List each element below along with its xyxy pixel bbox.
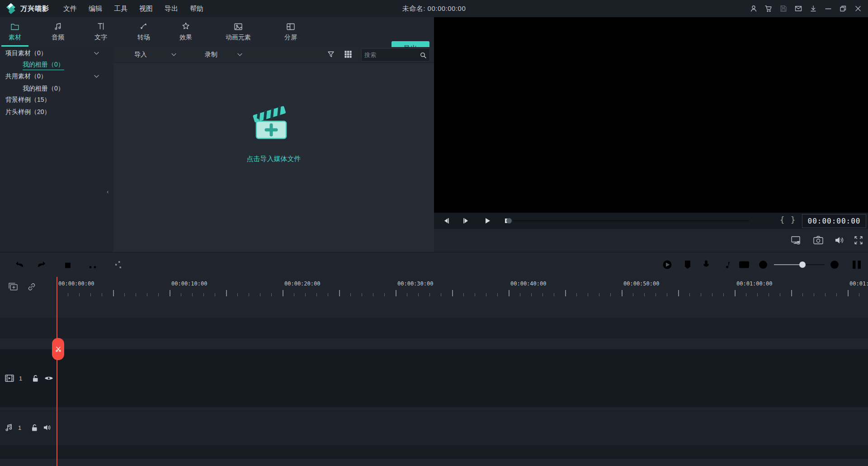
delete-icon[interactable] (62, 259, 74, 271)
speaker-icon[interactable] (43, 423, 52, 432)
text-icon (96, 21, 105, 31)
mark-out-button[interactable]: } (791, 215, 795, 224)
fit-timeline-icon[interactable] (738, 259, 750, 271)
play-icon[interactable] (482, 215, 493, 226)
ruler-label: 00:00:10:00 (171, 281, 207, 287)
cart-icon[interactable] (764, 4, 773, 13)
timeline: 00:00:00:0000:00:10:0000:00:20:0000:00:3… (0, 277, 868, 466)
volume-icon[interactable] (834, 234, 845, 246)
audio-mixer-icon[interactable] (720, 259, 731, 271)
menubar: 文件 编辑 工具 视图 导出 帮助 (63, 0, 203, 17)
track-manager-icon[interactable] (851, 259, 863, 271)
audio-track-lane[interactable] (0, 410, 868, 445)
ruler-tick (373, 293, 373, 296)
playhead-scissors-handle[interactable] (52, 338, 64, 360)
zoom-slider[interactable] (774, 264, 825, 265)
eye-icon[interactable] (44, 374, 54, 382)
ruler-tick (667, 293, 667, 296)
snapshot-icon[interactable] (812, 234, 824, 246)
ruler-tick (656, 293, 656, 296)
video-track-lane[interactable] (0, 349, 868, 407)
voiceover-mic-icon[interactable] (700, 259, 712, 271)
sidebar-item-my-album-shared[interactable]: 我的相册（0） (0, 83, 113, 95)
menu-export[interactable]: 导出 (165, 5, 178, 13)
user-icon[interactable] (749, 4, 758, 13)
collapse-panel-icon[interactable]: ‹ (107, 188, 108, 195)
ruler-tick (226, 290, 227, 296)
zoom-in-icon[interactable] (829, 259, 840, 271)
render-preview-icon[interactable] (661, 259, 673, 271)
import-dropdown[interactable]: 导入 (134, 47, 147, 62)
undo-icon[interactable] (14, 259, 25, 271)
ruler-tick (848, 290, 849, 296)
ruler-tick (147, 293, 147, 296)
zoom-out-icon[interactable] (757, 259, 769, 271)
close-icon[interactable] (854, 4, 863, 13)
filter-icon[interactable] (327, 50, 335, 58)
previous-frame-icon[interactable] (440, 215, 451, 226)
sidebar-item-intro-samples[interactable]: 片头样例（20） (0, 106, 113, 118)
effects-star-icon (181, 21, 190, 31)
filmora-app: 万兴喵影 文件 编辑 工具 视图 导出 帮助 未命名: 00:00:00:00 (0, 0, 868, 466)
tab-media[interactable]: 素材 (1, 21, 28, 47)
mail-icon[interactable] (794, 4, 803, 13)
ruler-tick (418, 293, 419, 296)
ruler-tick (746, 293, 746, 296)
next-frame-icon[interactable] (461, 215, 472, 226)
ruler-tick (350, 293, 351, 296)
link-icon[interactable] (26, 281, 37, 292)
mark-in-button[interactable]: { (780, 215, 784, 224)
search-icon[interactable] (420, 52, 427, 59)
film-track-icon (5, 374, 14, 383)
seek-bar[interactable] (513, 220, 750, 221)
menu-view[interactable]: 视图 (139, 5, 153, 13)
sidebar-item-project-media[interactable]: 项目素材（0） (0, 48, 113, 59)
download-icon[interactable] (809, 4, 818, 13)
record-dropdown[interactable]: 录制 (205, 47, 217, 62)
menu-help[interactable]: 帮助 (190, 5, 203, 13)
menu-file[interactable]: 文件 (63, 5, 77, 13)
chevron-down-icon[interactable] (94, 52, 99, 55)
fullscreen-icon[interactable] (853, 234, 864, 246)
timeline-ruler[interactable]: 00:00:00:0000:00:10:0000:00:20:0000:00:3… (57, 277, 868, 298)
tab-text[interactable]: 文字 (87, 21, 114, 45)
ruler-tick (158, 293, 159, 296)
ruler-tick (441, 293, 441, 296)
tab-split-screen[interactable]: 分屏 (277, 21, 304, 45)
chevron-down-icon[interactable] (237, 53, 242, 57)
zoom-slider-handle[interactable] (799, 262, 806, 268)
marker-icon[interactable] (682, 259, 693, 271)
redo-icon[interactable] (36, 259, 47, 271)
lock-open-icon[interactable] (31, 374, 39, 383)
lock-open-icon[interactable] (30, 423, 38, 432)
ruler-tick (79, 293, 80, 296)
tab-transitions[interactable]: 转场 (130, 21, 157, 45)
sidebar-item-my-album-project[interactable]: 我的相册（0） (0, 59, 113, 71)
sidebar-item-shared-media[interactable]: 共用素材（0） (0, 71, 113, 82)
tab-effects[interactable]: 效果 (172, 21, 199, 45)
seek-handle[interactable] (506, 218, 512, 223)
clapperboard-import-icon[interactable] (250, 101, 297, 143)
tab-audio[interactable]: 音频 (44, 21, 71, 45)
scissors-icon[interactable] (87, 259, 99, 271)
grid-view-icon[interactable] (344, 50, 352, 58)
chevron-down-icon[interactable] (94, 75, 99, 78)
restore-icon[interactable] (839, 4, 848, 13)
transition-icon (139, 21, 148, 31)
display-settings-icon[interactable] (790, 234, 802, 246)
tab-elements[interactable]: 动画元素 (220, 21, 256, 45)
ruler-tick (124, 293, 125, 296)
menu-tools[interactable]: 工具 (114, 5, 127, 13)
ruler-tick (339, 290, 340, 296)
minimize-icon[interactable] (824, 4, 833, 13)
empty-media-state[interactable]: 点击导入媒体文件 (113, 101, 434, 163)
adjust-icon[interactable] (112, 259, 124, 271)
sidebar-item-background-samples[interactable]: 背景样例（15） (0, 94, 113, 106)
menu-edit[interactable]: 编辑 (89, 5, 102, 13)
playhead-line[interactable] (57, 277, 57, 466)
timecode-display: 00:00:00:00 (802, 214, 866, 228)
search-input[interactable] (362, 52, 420, 58)
empty-state-text[interactable]: 点击导入媒体文件 (247, 155, 301, 163)
chevron-down-icon[interactable] (171, 53, 176, 57)
add-clip-icon[interactable] (7, 281, 19, 292)
